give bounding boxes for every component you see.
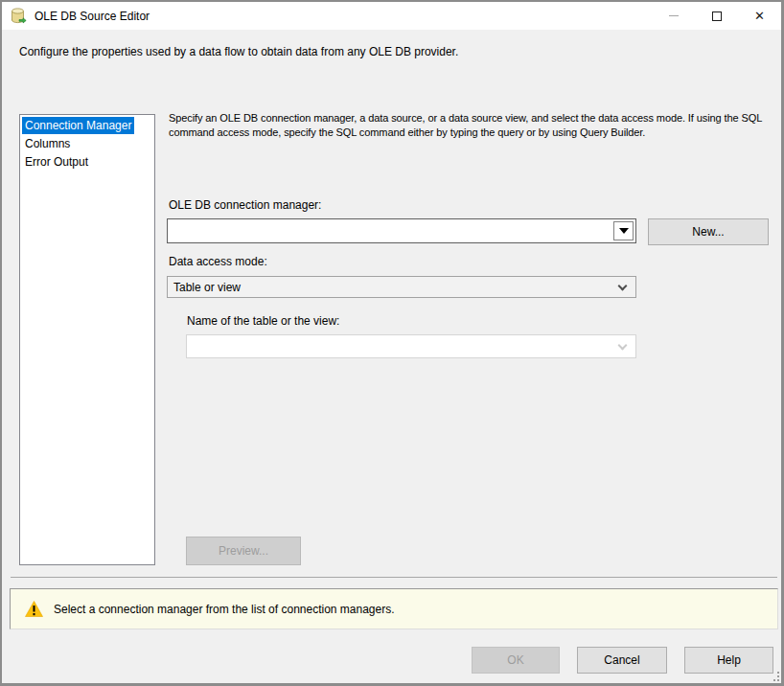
preview-button[interactable]: Preview...	[186, 537, 301, 565]
nav-item-error-output[interactable]: Error Output	[22, 153, 152, 171]
cancel-button[interactable]: Cancel	[577, 647, 667, 674]
window-title: OLE DB Source Editor	[35, 10, 150, 23]
nav-item-connection-manager[interactable]: Connection Manager	[22, 117, 134, 134]
chevron-down-icon	[618, 340, 628, 350]
connection-manager-dropdown-button[interactable]	[613, 221, 634, 240]
table-or-view-select[interactable]	[186, 334, 636, 358]
resize-grip[interactable]	[769, 671, 780, 682]
connection-manager-combobox[interactable]	[167, 218, 636, 243]
maximize-button[interactable]	[695, 2, 738, 30]
dialog-description: Configure the properties used by a data …	[19, 45, 458, 58]
ole-db-source-icon	[11, 8, 27, 24]
ole-db-source-editor-dialog: OLE DB Source Editor ✕ Configure the pro…	[0, 0, 784, 686]
window-controls: ✕	[652, 2, 781, 30]
table-or-view-label: Name of the table or the view:	[187, 314, 339, 328]
maximize-icon	[712, 11, 722, 21]
close-icon: ✕	[754, 10, 765, 22]
data-access-mode-select[interactable]: Table or view	[167, 276, 636, 298]
triangle-down-icon	[619, 228, 629, 234]
status-message: Select a connection manager from the lis…	[54, 603, 395, 616]
nav-item-columns[interactable]: Columns	[22, 135, 152, 152]
chevron-down-icon	[618, 281, 628, 290]
data-access-mode-value: Table or view	[173, 281, 241, 294]
ok-button[interactable]: OK	[472, 647, 560, 674]
divider	[11, 577, 777, 578]
close-button[interactable]: ✕	[738, 2, 781, 30]
connection-manager-value	[172, 219, 609, 242]
new-button[interactable]: New...	[648, 218, 769, 245]
minimize-button[interactable]	[652, 2, 695, 30]
warning-triangle-icon	[25, 601, 43, 617]
status-warning-bar: Select a connection manager from the lis…	[10, 588, 778, 629]
title-bar: OLE DB Source Editor ✕	[2, 2, 781, 30]
data-access-mode-label: Data access mode:	[169, 255, 267, 268]
page-instructions: Specify an OLE DB connection manager, a …	[169, 111, 782, 140]
help-button[interactable]: Help	[684, 647, 773, 674]
pages-list: Connection Manager Columns Error Output	[19, 114, 155, 565]
connection-manager-label: OLE DB connection manager:	[169, 198, 321, 212]
minimize-icon	[669, 15, 679, 16]
